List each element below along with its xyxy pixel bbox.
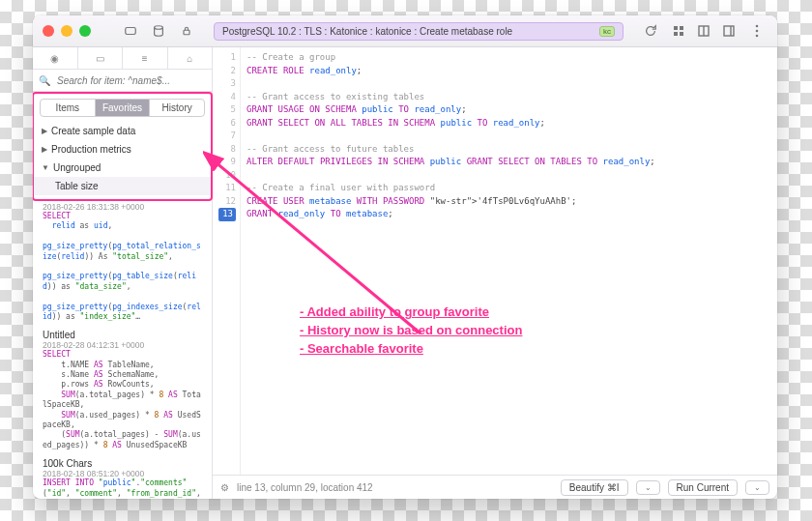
sidebar-mode-tabs: ◉ ▭ ≡ ⌂ — [33, 47, 212, 70]
sidebar: ◉ ▭ ≡ ⌂ 🔍 Items Favorites History ▶Creat… — [33, 47, 213, 499]
svg-point-1 — [155, 26, 163, 30]
sidebar-snippets[interactable]: 2018-02-26 18:31:38 +0000SELECT relid as… — [33, 200, 212, 499]
svg-rect-9 — [724, 26, 734, 36]
tab-favorites[interactable]: Favorites — [96, 100, 151, 116]
sidebar-item-table-size[interactable]: Table size — [34, 177, 211, 195]
gear-icon[interactable]: ⚙︎ — [220, 482, 229, 493]
svg-rect-0 — [126, 28, 136, 35]
sidebar-snippet[interactable]: Untitled2018-02-28 04:12:31 +0000SELECT … — [33, 328, 212, 456]
run-dropdown[interactable]: ⌄ — [745, 480, 769, 495]
editor-code[interactable]: -- Create a groupCREATE ROLE read_only; … — [241, 47, 655, 475]
sidebar-search-row: 🔍 — [33, 70, 212, 92]
beautify-dropdown[interactable]: ⌄ — [636, 480, 660, 495]
sidebar-mode-tag[interactable]: ⌂ — [168, 47, 213, 69]
sidebar-mode-record[interactable]: ◉ — [33, 47, 78, 69]
svg-rect-6 — [680, 32, 683, 36]
grid-view-icon[interactable] — [668, 20, 689, 42]
split-view-icon[interactable] — [693, 20, 714, 42]
editor-pane: 12345678910111213 -- Create a groupCREAT… — [213, 47, 777, 499]
sidebar-group-production-metrics[interactable]: ▶Production metrics — [34, 140, 211, 159]
connection-chip: kc — [599, 26, 615, 37]
sidebar-group-create-sample-data[interactable]: ▶Create sample data — [34, 122, 211, 140]
svg-point-12 — [756, 30, 759, 33]
sidebar-snippet[interactable]: 2018-02-26 18:31:38 +0000SELECT relid as… — [33, 200, 212, 328]
more-icon[interactable] — [746, 20, 768, 42]
svg-point-13 — [756, 35, 759, 38]
svg-rect-4 — [680, 26, 683, 30]
editor-body[interactable]: 12345678910111213 -- Create a groupCREAT… — [213, 47, 777, 475]
lock-icon[interactable] — [176, 20, 197, 42]
status-text: line 13, column 29, location 412 — [237, 482, 373, 493]
app-window: PostgreSQL 10.2 : TLS : Katonice : katon… — [33, 15, 777, 499]
breadcrumb-text: PostgreSQL 10.2 : TLS : Katonice : katon… — [222, 26, 512, 37]
search-input[interactable] — [55, 74, 206, 87]
connection-icon[interactable] — [120, 20, 141, 42]
breadcrumb[interactable]: PostgreSQL 10.2 : TLS : Katonice : katon… — [214, 22, 624, 41]
refresh-icon[interactable] — [640, 20, 661, 42]
sidebar-segmented: Items Favorites History — [40, 99, 205, 117]
svg-point-11 — [756, 25, 759, 28]
status-bar: ⚙︎ line 13, column 29, location 412 Beau… — [213, 475, 777, 499]
titlebar: PostgreSQL 10.2 : TLS : Katonice : katon… — [33, 15, 777, 47]
sidebar-snippet[interactable]: 100k Chars2018-02-18 08:51:20 +0000INSER… — [33, 456, 212, 499]
svg-rect-3 — [674, 26, 678, 30]
run-button[interactable]: Run Current — [668, 479, 738, 496]
tab-history[interactable]: History — [150, 100, 204, 116]
zoom-traffic-light[interactable] — [79, 25, 91, 37]
search-icon: 🔍 — [39, 75, 50, 86]
sidebar-group-ungrouped[interactable]: ▼Ungrouped — [34, 159, 211, 177]
close-traffic-light[interactable] — [43, 25, 54, 37]
favorites-highlight: Items Favorites History ▶Create sample d… — [33, 92, 213, 201]
sidebar-mode-list[interactable]: ≡ — [123, 47, 168, 69]
editor-gutter: 12345678910111213 — [213, 47, 241, 475]
svg-rect-2 — [184, 30, 189, 35]
panel-view-icon[interactable] — [718, 20, 740, 42]
svg-rect-5 — [674, 32, 678, 36]
minimize-traffic-light[interactable] — [61, 25, 72, 37]
tab-items[interactable]: Items — [41, 100, 96, 116]
beautify-button[interactable]: Beautify ⌘I — [561, 479, 628, 496]
database-icon[interactable] — [148, 20, 169, 42]
sidebar-mode-card[interactable]: ▭ — [78, 47, 124, 69]
